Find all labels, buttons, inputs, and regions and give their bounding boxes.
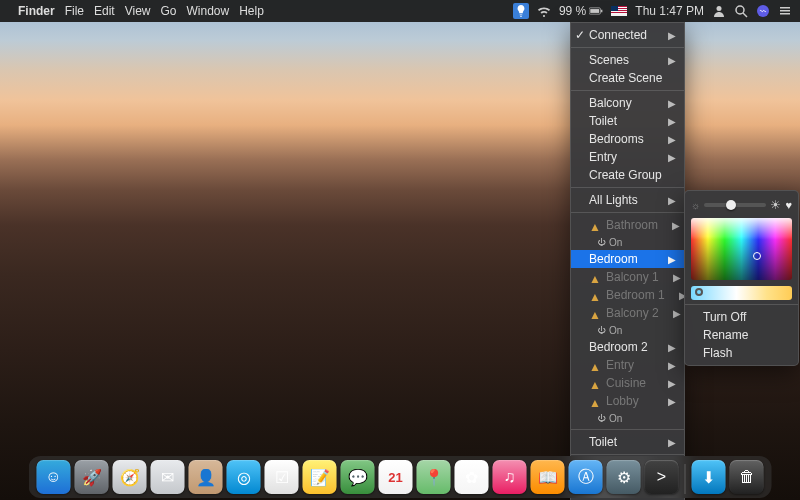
menu-scenes[interactable]: Scenes▶ (571, 51, 684, 69)
dock-finder-icon[interactable]: ☺ (37, 460, 71, 494)
menu-light-bedroom-1[interactable]: ▲Bedroom 1▶ (571, 286, 684, 304)
lights-menubar-icon[interactable] (513, 3, 529, 19)
light-on-indicator: ⏻On (571, 322, 684, 338)
dock-downloads-icon[interactable]: ⬇ (692, 460, 726, 494)
menu-create-scene[interactable]: Create Scene (571, 69, 684, 87)
svg-point-3 (717, 6, 722, 11)
dock-safari-icon[interactable]: 🧭 (113, 460, 147, 494)
menu-light-lobby[interactable]: ▲Lobby▶ (571, 392, 684, 410)
light-on-indicator: ⏻On (571, 410, 684, 426)
dock-maps-icon[interactable]: 📍 (417, 460, 451, 494)
menu-file[interactable]: File (65, 4, 84, 18)
brightness-slider[interactable] (704, 203, 766, 207)
menu-all-lights[interactable]: All Lights▶ (571, 191, 684, 209)
dock: ☺🚀🧭✉👤◎☑📝💬21📍✿♫📖Ⓐ⚙>⬇🗑 (29, 456, 772, 498)
menu-light-bedroom-2[interactable]: Bedroom 2▶ (571, 338, 684, 356)
dock-notes-icon[interactable]: 📝 (303, 460, 337, 494)
menu-window[interactable]: Window (187, 4, 230, 18)
dock-airdrop-icon[interactable]: ◎ (227, 460, 261, 494)
dock-photos-icon[interactable]: ✿ (455, 460, 489, 494)
dock-contacts-icon[interactable]: 👤 (189, 460, 223, 494)
svg-rect-9 (780, 13, 790, 15)
color-picker[interactable] (691, 218, 792, 280)
menu-create-group[interactable]: Create Group (571, 166, 684, 184)
brightness-row: ☼ ☀ ♥ (691, 198, 792, 212)
submenu-flash[interactable]: Flash (685, 344, 798, 362)
svg-point-4 (736, 6, 744, 14)
menubar: Finder FileEditViewGoWindowHelp 99 % Thu… (0, 0, 800, 22)
menu-group-balcony[interactable]: Balcony▶ (571, 94, 684, 112)
submenu-turn-off[interactable]: Turn Off (685, 308, 798, 326)
spotlight-icon[interactable] (734, 4, 748, 18)
dock-appstore-icon[interactable]: Ⓐ (569, 460, 603, 494)
menu-group-toilet[interactable]: Toilet▶ (571, 112, 684, 130)
menu-light-entry[interactable]: ▲Entry▶ (571, 356, 684, 374)
notification-center-icon[interactable] (778, 4, 792, 18)
dock-launchpad-icon[interactable]: 🚀 (75, 460, 109, 494)
dock-messages-icon[interactable]: 💬 (341, 460, 375, 494)
menu-toilet[interactable]: Toilet▶ (571, 433, 684, 451)
dock-divider (685, 464, 686, 494)
light-on-indicator: ⏻On (571, 234, 684, 250)
menu-light-balcony-1[interactable]: ▲Balcony 1▶ (571, 268, 684, 286)
siri-icon[interactable] (756, 4, 770, 18)
dock-calendar-icon[interactable]: 21 (379, 460, 413, 494)
menu-connected[interactable]: ✓Connected▶ (571, 26, 684, 44)
menu-view[interactable]: View (125, 4, 151, 18)
menu-light-bathroom[interactable]: ▲Bathroom▶ (571, 216, 684, 234)
menu-help[interactable]: Help (239, 4, 264, 18)
dock-itunes-icon[interactable]: ♫ (493, 460, 527, 494)
svg-line-5 (743, 13, 747, 17)
input-source-flag[interactable] (611, 6, 627, 16)
battery-indicator[interactable]: 99 % (559, 4, 603, 18)
favorite-icon[interactable]: ♥ (785, 199, 792, 211)
dock-reminders-icon[interactable]: ☑ (265, 460, 299, 494)
dock-trash-icon[interactable]: 🗑 (730, 460, 764, 494)
dock-preferences-icon[interactable]: ⚙ (607, 460, 641, 494)
menu-light-bedroom[interactable]: Bedroom▶ (571, 250, 684, 268)
brightness-high-icon: ☀ (770, 198, 781, 212)
dock-mail-icon[interactable]: ✉ (151, 460, 185, 494)
menu-group-bedrooms[interactable]: Bedrooms▶ (571, 130, 684, 148)
wifi-icon[interactable] (537, 4, 551, 18)
menu-edit[interactable]: Edit (94, 4, 115, 18)
desktop: Finder FileEditViewGoWindowHelp 99 % Thu… (0, 0, 800, 500)
menu-go[interactable]: Go (161, 4, 177, 18)
svg-rect-2 (601, 10, 602, 13)
menu-light-cuisine[interactable]: ▲Cuisine▶ (571, 374, 684, 392)
user-icon[interactable] (712, 4, 726, 18)
dock-terminal-icon[interactable]: > (645, 460, 679, 494)
menu-light-balcony-2[interactable]: ▲Balcony 2▶ (571, 304, 684, 322)
brightness-low-icon: ☼ (691, 200, 700, 211)
color-temperature-slider[interactable] (691, 286, 792, 300)
battery-pct: 99 % (559, 4, 586, 18)
svg-rect-7 (780, 7, 790, 9)
app-menu[interactable]: Finder (18, 4, 55, 18)
lights-menu: ✓Connected▶ Scenes▶ Create Scene Balcony… (570, 22, 685, 500)
svg-rect-1 (591, 9, 600, 13)
menu-group-entry[interactable]: Entry▶ (571, 148, 684, 166)
svg-rect-8 (780, 10, 790, 12)
light-submenu: ☼ ☀ ♥ Turn OffRenameFlash (684, 190, 799, 366)
dock-books-icon[interactable]: 📖 (531, 460, 565, 494)
clock[interactable]: Thu 1:47 PM (635, 4, 704, 18)
submenu-rename[interactable]: Rename (685, 326, 798, 344)
